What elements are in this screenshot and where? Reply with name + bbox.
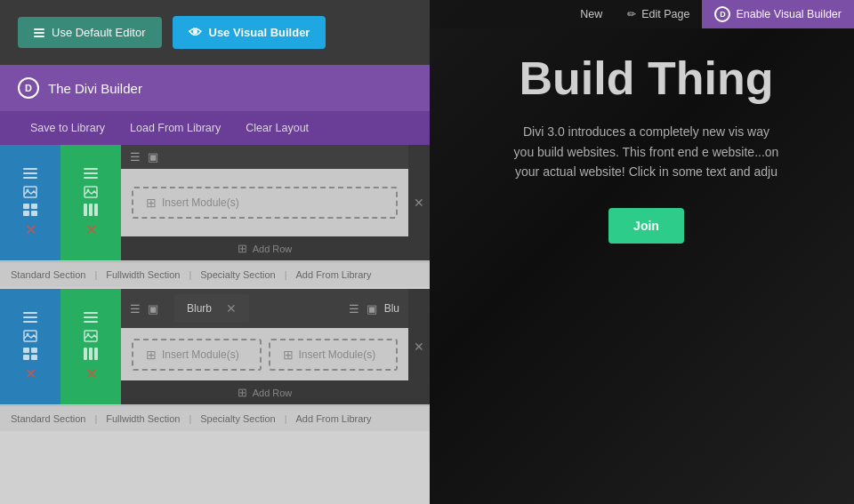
blurb-label-2: Blu <box>384 302 399 315</box>
insert-module-button-3[interactable]: ⊞ Insert Module(s) <box>269 339 399 371</box>
divi-nav-logo: D <box>714 6 730 22</box>
svg-rect-28 <box>84 321 98 323</box>
grid-icon <box>23 204 37 216</box>
blurb-row-right: ☰ ▣ Blu <box>349 302 399 316</box>
add-row-plus: ⊞ <box>238 242 247 255</box>
row-menu-icon[interactable]: ☰ <box>130 150 141 164</box>
section-row-1: ✕ <box>0 145 430 260</box>
svg-rect-19 <box>23 321 37 323</box>
add-row-bar-1[interactable]: ⊞ Add Row <box>121 236 408 260</box>
svg-rect-10 <box>84 172 98 174</box>
insert-module-button-1[interactable]: ⊞ Insert Module(s) <box>132 187 398 219</box>
plus-icon-3: ⊞ <box>283 348 294 362</box>
section-middle-2: ☰ ▣ Blurb ✕ ☰ ▣ Blu <box>121 289 408 404</box>
section-row-2: ✕ <box>0 289 430 404</box>
standard-section-btn-2[interactable]: Standard Section <box>11 413 85 424</box>
row-controls-2: ☰ ▣ Blurb ✕ ☰ ▣ Blu <box>121 289 408 328</box>
pencil-icon: ✏ <box>627 8 636 20</box>
section-footer-1: Standard Section | Fullwidth Section | S… <box>0 261 430 287</box>
section-green-bar-2: ✕ <box>60 289 121 404</box>
image-icon-4 <box>84 330 98 342</box>
svg-rect-8 <box>31 211 37 216</box>
clear-layout-button[interactable]: Clear Layout <box>233 111 321 145</box>
move-icon <box>23 168 37 180</box>
svg-rect-11 <box>84 177 98 179</box>
grid-icon <box>34 28 44 37</box>
close-x-icon[interactable]: ✕ <box>414 196 424 210</box>
row-menu-icon-3[interactable]: ☰ <box>349 302 359 316</box>
use-visual-builder-button[interactable]: 👁 Use Visual Builder <box>173 16 326 49</box>
hero-join-button[interactable]: Join <box>608 208 684 244</box>
svg-rect-33 <box>94 348 98 360</box>
hero-content: Build Thing Divi 3.0 introduces a comple… <box>439 53 854 244</box>
image-icon-2 <box>84 186 98 198</box>
svg-rect-18 <box>23 316 37 318</box>
move-icon-4 <box>84 312 98 324</box>
eye-icon: 👁 <box>189 25 202 40</box>
move-icon-2 <box>84 168 98 180</box>
svg-rect-5 <box>23 204 29 209</box>
delete-icon-4[interactable]: ✕ <box>85 365 97 382</box>
svg-rect-24 <box>23 355 29 360</box>
top-navigation: New ✏ Edit Page D Enable Visual Builder <box>430 0 854 28</box>
section-block-1: ✕ <box>0 145 430 287</box>
add-from-library-btn[interactable]: Add From Library <box>296 269 372 280</box>
divi-toolbar: Save to Library Load From Library Clear … <box>0 111 430 145</box>
hero-title: Build Thing <box>439 53 854 104</box>
section-left-bar-1: ✕ <box>0 145 60 260</box>
top-buttons-area: Use Default Editor 👁 Use Visual Builder <box>0 0 430 65</box>
plus-icon-2: ⊞ <box>146 348 157 362</box>
hero-description: Divi 3.0 introduces a completely new vis… <box>513 122 780 181</box>
save-to-library-button[interactable]: Save to Library <box>18 111 117 145</box>
divi-builder-header: D The Divi Builder <box>0 65 430 111</box>
svg-rect-1 <box>23 172 37 174</box>
insert-module-button-2[interactable]: ⊞ Insert Module(s) <box>132 339 262 371</box>
standard-section-btn[interactable]: Standard Section <box>11 269 85 280</box>
blurb-close-icon[interactable]: ✕ <box>226 301 237 316</box>
delete-icon-3[interactable]: ✕ <box>25 365 36 382</box>
svg-rect-0 <box>23 168 37 170</box>
svg-rect-6 <box>31 204 37 209</box>
add-row-bar-2[interactable]: ⊞ Add Row <box>121 380 408 404</box>
svg-rect-32 <box>89 348 93 360</box>
delete-icon[interactable]: ✕ <box>25 221 36 238</box>
svg-rect-27 <box>84 316 98 318</box>
row-image-icon[interactable]: ▣ <box>148 150 158 164</box>
plus-icon: ⊞ <box>146 196 157 210</box>
svg-rect-2 <box>23 177 37 179</box>
specialty-section-btn[interactable]: Specialty Section <box>200 269 275 280</box>
svg-rect-22 <box>23 348 29 353</box>
svg-rect-31 <box>84 348 87 360</box>
section-footer-2: Standard Section | Fullwidth Section | S… <box>0 405 430 431</box>
row-image-icon-3[interactable]: ▣ <box>367 302 377 316</box>
columns-icon-2 <box>84 348 98 360</box>
row-image-icon-2[interactable]: ▣ <box>148 302 158 316</box>
fullwidth-section-btn-2[interactable]: Fullwidth Section <box>106 413 180 424</box>
svg-rect-23 <box>31 348 37 353</box>
fullwidth-section-btn[interactable]: Fullwidth Section <box>106 269 180 280</box>
delete-icon-2[interactable]: ✕ <box>85 221 97 238</box>
use-default-editor-button[interactable]: Use Default Editor <box>18 17 162 48</box>
close-x-icon-2[interactable]: ✕ <box>414 340 424 354</box>
module-row-1: ⊞ Insert Module(s) <box>121 169 408 236</box>
module-row-2: ⊞ Insert Module(s) ⊞ Insert Module(s) <box>121 328 408 380</box>
section-close-1: ✕ <box>408 145 430 260</box>
add-from-library-btn-2[interactable]: Add From Library <box>296 413 372 424</box>
left-panel: Use Default Editor 👁 Use Visual Builder … <box>0 0 430 504</box>
row-menu-icon-2[interactable]: ☰ <box>130 302 141 316</box>
nav-edit-page-button[interactable]: ✏ Edit Page <box>615 0 702 28</box>
grid-icon-3 <box>23 348 37 360</box>
specialty-section-btn-2[interactable]: Specialty Section <box>200 413 275 424</box>
image-icon-3 <box>23 330 37 342</box>
divi-logo: D <box>18 77 39 99</box>
load-from-library-button[interactable]: Load From Library <box>117 111 233 145</box>
right-panel: New ✏ Edit Page D Enable Visual Builder … <box>430 0 854 504</box>
svg-rect-16 <box>94 204 98 216</box>
svg-rect-9 <box>84 168 98 170</box>
row-controls-1: ☰ ▣ <box>121 145 408 169</box>
nav-enable-visual-builder-button[interactable]: D Enable Visual Builder <box>702 0 854 28</box>
svg-rect-15 <box>89 204 93 216</box>
svg-rect-25 <box>31 355 37 360</box>
blurb-module-1[interactable]: Blurb ✕ <box>174 294 249 323</box>
nav-new-button[interactable]: New <box>568 0 615 28</box>
